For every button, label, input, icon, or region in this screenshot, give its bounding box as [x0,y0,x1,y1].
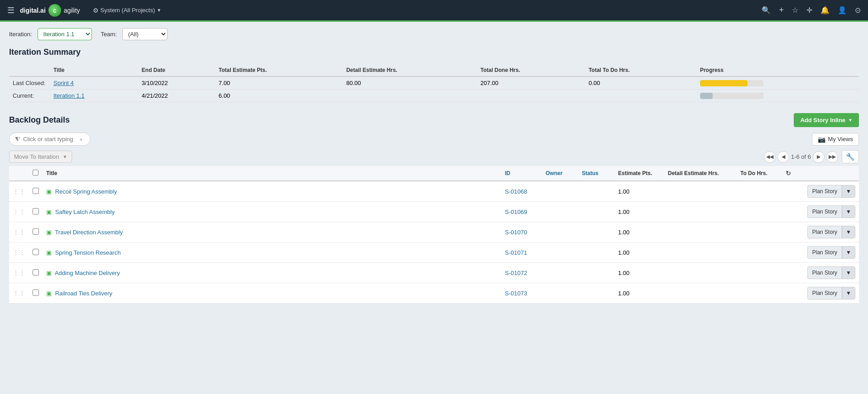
search-input[interactable] [23,136,77,142]
backlog-controls: ⧨ › 📷 My Views [9,133,859,146]
row-checkbox[interactable] [33,188,39,194]
crosshairs-icon[interactable]: ✛ [806,6,812,14]
row-owner-cell [542,283,578,304]
user-icon[interactable]: 👤 [838,6,847,14]
my-views-button[interactable]: 📷 My Views [812,133,859,146]
col-end-date: End Date [138,64,215,76]
drag-handle-cell: ⋮⋮ [9,263,29,283]
row-action-cell: Plan Story ▼ [800,181,859,202]
row-checkbox[interactable] [33,269,39,275]
story-title[interactable]: Adding Machine Delivery [55,270,120,276]
current-title[interactable]: Iteration 1.1 [50,90,138,102]
plan-story-caret[interactable]: ▼ [842,247,855,258]
table-toolbar: Move To Iteration ▼ ◀◀ ◀ 1-6 of 6 ▶ ▶▶ 🔧 [9,150,859,163]
row-checkbox[interactable] [33,249,39,255]
hamburger-icon[interactable]: ☰ [7,5,14,15]
current-end-date: 4/21/2022 [138,90,215,102]
row-owner-cell [542,181,578,202]
project-selector[interactable]: ⚙ System (All Projects) ▼ [93,7,162,14]
story-id[interactable]: S-01072 [505,270,527,276]
story-title[interactable]: Spring Tension Research [55,249,121,256]
row-detail-est-cell [664,242,737,263]
next-page-button[interactable]: ▶ [813,151,825,163]
plan-story-button[interactable]: Plan Story ▼ [807,185,855,198]
plan-story-label[interactable]: Plan Story [808,247,842,258]
row-title-cell: ▣ Adding Machine Delivery [43,263,501,283]
drag-handle-icon[interactable]: ⋮⋮ [13,208,25,215]
col-refresh-header: ↻ [782,166,800,181]
refresh-icon[interactable]: ↻ [786,170,791,177]
story-id[interactable]: S-01068 [505,188,527,195]
drag-handle-icon[interactable]: ⋮⋮ [13,228,25,236]
iteration-select[interactable]: Iteration 1.1 [38,28,92,40]
story-title[interactable]: Railroad Ties Delivery [55,290,112,297]
story-title[interactable]: Travel Direction Assembly [55,229,123,236]
favorites-icon[interactable]: ☆ [792,6,798,14]
plan-story-caret[interactable]: ▼ [842,267,855,279]
row-checkbox[interactable] [33,208,39,214]
drag-handle-icon[interactable]: ⋮⋮ [13,188,25,195]
story-title[interactable]: Saftey Latch Assembly [55,209,115,215]
plan-story-caret[interactable]: ▼ [842,287,855,299]
plan-story-label[interactable]: Plan Story [808,287,842,299]
row-check-cell [29,242,43,263]
row-action-cell: Plan Story ▼ [800,202,859,222]
add-story-inline-button[interactable]: Add Story Inline ▼ [794,113,859,127]
last-closed-title[interactable]: Sprint 4 [50,76,138,90]
row-checkbox[interactable] [33,290,39,296]
add-icon[interactable]: + [779,5,784,15]
row-detail-est-cell [664,222,737,242]
story-title[interactable]: Recoil Spring Assembly [55,188,117,195]
brand-logo: digital.ai agility [20,4,80,17]
notifications-icon[interactable]: 🔔 [820,6,830,14]
plan-story-button[interactable]: Plan Story ▼ [807,246,855,259]
add-story-caret: ▼ [848,118,853,123]
plan-story-button[interactable]: Plan Story ▼ [807,266,855,279]
table-row: ⋮⋮ ▣ Saftey Latch Assembly S-01069 1.00 … [9,202,859,222]
story-id[interactable]: S-01073 [505,290,527,297]
plan-story-label[interactable]: Plan Story [808,206,842,218]
row-title-cell: ▣ Recoil Spring Assembly [43,181,501,202]
last-closed-total-done: 207.00 [477,76,585,90]
move-to-iteration-button[interactable]: Move To Iteration ▼ [9,151,72,163]
plan-story-caret[interactable]: ▼ [842,206,855,218]
team-select[interactable]: (All) [122,28,168,40]
camera-icon: 📷 [818,136,825,143]
row-refresh-cell [782,263,800,283]
drag-handle-icon[interactable]: ⋮⋮ [13,269,25,276]
last-closed-progress [696,76,859,90]
pagination-text: 1-6 of 6 [791,153,811,160]
plan-story-button[interactable]: Plan Story ▼ [807,226,855,238]
select-all-checkbox[interactable] [33,170,38,176]
col-title-header: Title [43,166,501,181]
drag-handle-icon[interactable]: ⋮⋮ [13,290,25,297]
last-page-button[interactable]: ▶▶ [826,151,838,163]
search-box[interactable]: ⧨ › [9,133,91,146]
plan-story-button[interactable]: Plan Story ▼ [807,205,855,218]
story-id[interactable]: S-01071 [505,249,527,256]
drag-handle-icon[interactable]: ⋮⋮ [13,249,25,256]
help-icon[interactable]: ⊙ [855,6,861,14]
plan-story-caret[interactable]: ▼ [842,226,855,238]
first-page-button[interactable]: ◀◀ [764,151,776,163]
col-est-header: Estimate Pts. [614,166,664,181]
search-icon[interactable]: 🔍 [762,6,771,14]
row-owner-cell [542,242,578,263]
prev-page-button[interactable]: ◀ [777,151,789,163]
wrench-button[interactable]: 🔧 [842,150,859,163]
col-progress: Progress [696,64,859,76]
plan-story-label[interactable]: Plan Story [808,226,842,238]
row-action-cell: Plan Story ▼ [800,242,859,263]
plan-story-caret[interactable]: ▼ [842,185,855,197]
story-type-icon: ▣ [46,290,52,297]
plan-story-label[interactable]: Plan Story [808,267,842,279]
story-type-icon: ▣ [46,209,52,215]
story-id[interactable]: S-01069 [505,209,527,215]
row-id-cell: S-01068 [501,181,542,202]
row-checkbox[interactable] [33,228,39,235]
plan-story-label[interactable]: Plan Story [808,185,842,197]
story-id[interactable]: S-01070 [505,229,527,236]
row-status-cell [578,222,614,242]
row-status-cell [578,202,614,222]
plan-story-button[interactable]: Plan Story ▼ [807,287,855,299]
